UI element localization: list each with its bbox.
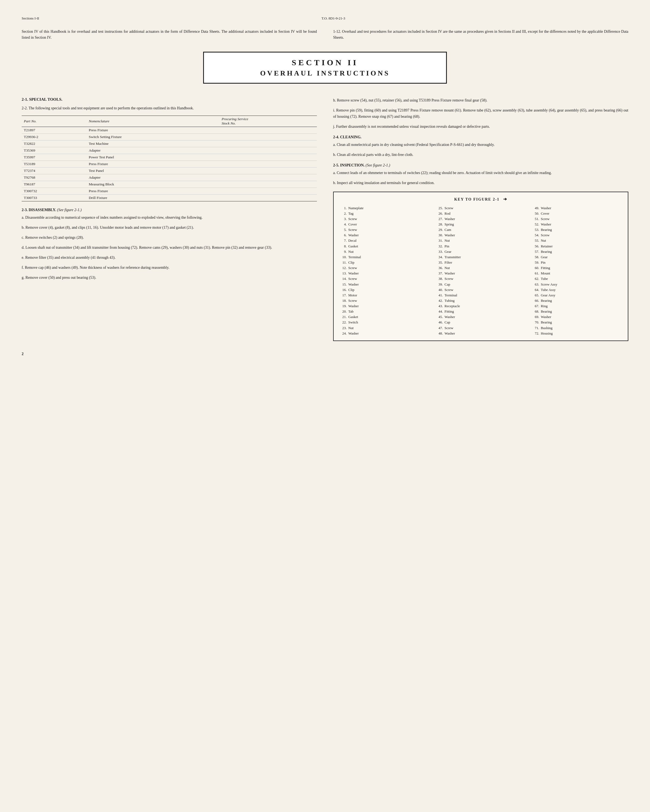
special-tools-intro: 2-2. The following special tools and tes… bbox=[22, 105, 317, 111]
key-num: 54. bbox=[532, 232, 539, 238]
list-item: 60.Fitting bbox=[532, 265, 622, 271]
list-item: 18.Screw bbox=[339, 298, 430, 304]
list-item: 15.Washer bbox=[339, 282, 430, 287]
key-num: 36. bbox=[435, 265, 443, 271]
key-num: 65. bbox=[532, 293, 539, 298]
tool-stock bbox=[219, 181, 317, 188]
col-header-partno: Part No. bbox=[22, 116, 87, 127]
list-item: 17.Motor bbox=[339, 293, 430, 298]
key-num: 24. bbox=[339, 331, 347, 336]
list-item: 61.Mount bbox=[532, 271, 622, 276]
list-item: 13.Washer bbox=[339, 271, 430, 276]
table-row: T35369 Adapter bbox=[22, 147, 317, 154]
tool-partno: T35369 bbox=[22, 147, 87, 154]
key-label: Nut bbox=[444, 265, 526, 271]
key-label: Retainer bbox=[541, 244, 622, 249]
key-label: Transmitter bbox=[444, 255, 526, 260]
key-label: Pin bbox=[541, 260, 622, 265]
key-num: 18. bbox=[339, 298, 347, 304]
key-label: Washer bbox=[541, 205, 622, 211]
cleaning-para: b. Clean all electrical parts with a dry… bbox=[333, 151, 629, 158]
key-columns: 1.Nameplate2.Tag3.Screw4.Cover5.Screw6.W… bbox=[339, 205, 622, 336]
key-num: 52. bbox=[532, 222, 539, 227]
key-label: Washer bbox=[541, 222, 622, 227]
table-row: T300733 Drill Fixture bbox=[22, 194, 317, 201]
tool-nomenclature: Measuring Block bbox=[87, 181, 220, 188]
key-label: Terminal bbox=[348, 255, 430, 260]
list-item: 71.Bushing bbox=[532, 325, 622, 331]
key-num: 64. bbox=[532, 287, 539, 293]
key-label: Bearing bbox=[541, 309, 622, 314]
list-item: 5.Screw bbox=[339, 227, 430, 232]
key-label: Pin bbox=[444, 244, 526, 249]
key-label: Cam bbox=[444, 227, 526, 232]
tool-nomenclature: Drill Fixture bbox=[87, 194, 220, 201]
key-label: Screw Assy bbox=[541, 282, 622, 287]
key-label: Cover bbox=[541, 211, 622, 216]
key-num: 47. bbox=[435, 325, 443, 331]
key-label: Cover bbox=[348, 222, 430, 227]
tool-stock bbox=[219, 167, 317, 174]
key-label: Tab bbox=[348, 309, 430, 314]
key-label: Washer bbox=[348, 271, 430, 276]
list-item: 56.Retainer bbox=[532, 244, 622, 249]
key-num: 29. bbox=[435, 227, 443, 232]
key-label: Nameplate bbox=[348, 205, 430, 211]
list-item: 49.Washer bbox=[532, 205, 622, 211]
list-item: 51.Screw bbox=[532, 216, 622, 222]
tool-stock bbox=[219, 133, 317, 140]
key-label: Mount bbox=[541, 271, 622, 276]
key-num: 32. bbox=[435, 244, 443, 249]
key-num: 42. bbox=[435, 298, 443, 304]
list-item: 8.Gasket bbox=[339, 244, 430, 249]
tool-nomenclature: Test Machine bbox=[87, 140, 220, 147]
list-item: 63.Screw Assy bbox=[532, 282, 622, 287]
list-item: 30.Washer bbox=[435, 232, 526, 238]
table-row: T96187 Measuring Block bbox=[22, 181, 317, 188]
list-item: 24.Washer bbox=[339, 331, 430, 336]
key-label: Washer bbox=[444, 216, 526, 222]
key-label: Housing bbox=[541, 331, 622, 336]
table-row: T72374 Test Panel bbox=[22, 167, 317, 174]
tool-nomenclature: Switch Setting Fixture bbox=[87, 133, 220, 140]
key-num: 6. bbox=[339, 232, 347, 238]
key-num: 67. bbox=[532, 304, 539, 309]
tool-nomenclature: Press Fixture bbox=[87, 127, 220, 133]
tool-stock bbox=[219, 147, 317, 154]
key-num: 20. bbox=[339, 309, 347, 314]
arrow-icon: ➔ bbox=[503, 197, 507, 201]
list-item: 28.Spring bbox=[435, 222, 526, 227]
key-num: 4. bbox=[339, 222, 347, 227]
list-item: 33.Gear bbox=[435, 249, 526, 255]
table-row: T32822 Test Machine bbox=[22, 140, 317, 147]
key-label: Bushing bbox=[541, 325, 622, 331]
key-label: Screw bbox=[348, 265, 430, 271]
key-label: Clip bbox=[348, 287, 430, 293]
cleaning-paras: a. Clean all nonelectrical parts in dry … bbox=[333, 142, 629, 158]
key-label: Gear bbox=[444, 249, 526, 255]
key-label: Screw bbox=[541, 216, 622, 222]
disassembly-para: c. Remove switches (2) and springs (28). bbox=[22, 234, 317, 241]
key-label: Tube Assy bbox=[541, 287, 622, 293]
key-label: Tag bbox=[348, 211, 430, 216]
header-left: Sections I-II bbox=[22, 16, 39, 21]
key-label: Screw bbox=[348, 276, 430, 281]
key-num: 10. bbox=[339, 255, 347, 260]
list-item: 14.Screw bbox=[339, 276, 430, 281]
key-label: Cap bbox=[444, 282, 526, 287]
key-num: 12. bbox=[339, 265, 347, 271]
key-label: Screw bbox=[348, 216, 430, 222]
key-num: 37. bbox=[435, 271, 443, 276]
list-item: 65.Gear Assy bbox=[532, 293, 622, 298]
tool-nomenclature: Press Fixture bbox=[87, 160, 220, 167]
list-item: 48.Washer bbox=[435, 331, 526, 336]
list-item: 70.Bearing bbox=[532, 320, 622, 325]
right-para: h. Remove screw (54), nut (55), retainer… bbox=[333, 97, 629, 104]
key-label: Spring bbox=[444, 222, 526, 227]
list-item: 35.Filter bbox=[435, 260, 526, 265]
disassembly-para: f. Remove cap (46) and washers (49). Not… bbox=[22, 264, 317, 271]
key-num: 71. bbox=[532, 325, 539, 331]
list-item: 37.Washer bbox=[435, 271, 526, 276]
list-item: 50.Cover bbox=[532, 211, 622, 216]
tool-nomenclature: Press Fixture bbox=[87, 188, 220, 194]
